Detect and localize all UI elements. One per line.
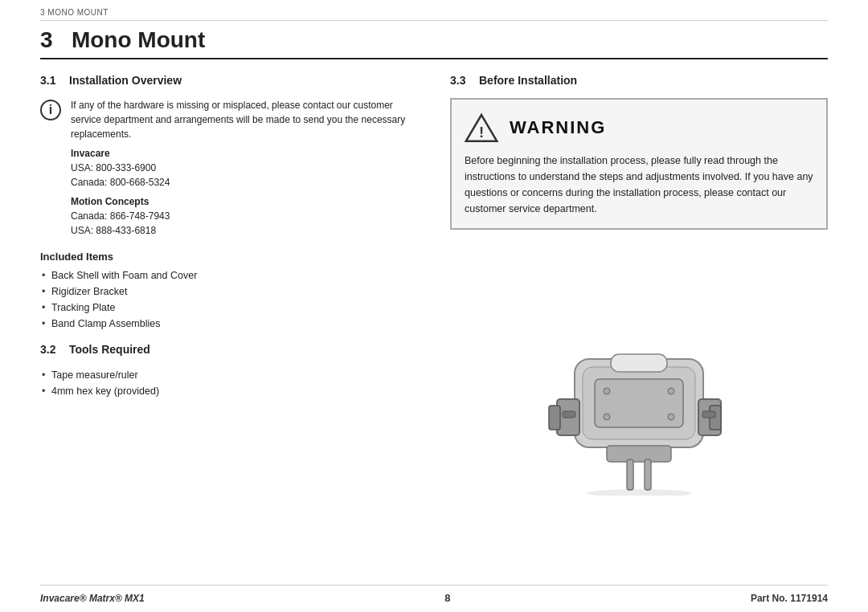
section-32: 3.2 Tools Required	[40, 343, 418, 356]
motion-usa: USA: 888-433-6818	[71, 225, 156, 236]
info-main-text: If any of the hardware is missing or mis…	[71, 100, 405, 140]
svg-rect-20	[645, 459, 651, 490]
svg-text:!: !	[479, 124, 484, 141]
invacare-canada: Canada: 800-668-5324	[71, 177, 170, 188]
invacare-usa: USA: 800-333-6900	[71, 162, 156, 173]
svg-rect-13	[563, 411, 575, 418]
info-text-block: If any of the hardware is missing or mis…	[71, 98, 418, 238]
info-icon: i	[40, 100, 63, 238]
warning-title: WARNING	[510, 117, 606, 138]
list-item: Band Clamp Assemblies	[40, 316, 418, 332]
warning-header: ! WARNING	[465, 111, 813, 145]
invacare-label: Invacare	[71, 146, 418, 161]
chapter-title: 3 Mono Mount	[40, 27, 828, 59]
section-31-number: 3.1	[40, 74, 63, 87]
svg-point-16	[668, 388, 674, 394]
motion-canada: Canada: 866-748-7943	[71, 210, 170, 222]
warning-box: ! WARNING Before beginning the installat…	[450, 98, 828, 230]
header-chapter-label: 3 MONO MOUNT	[40, 8, 108, 17]
page-header: 3 MONO MOUNT	[40, 0, 828, 21]
product-illustration	[534, 335, 743, 496]
svg-rect-9	[549, 406, 560, 430]
motion-label: Motion Concepts	[71, 194, 418, 209]
section-33-title: Before Installation	[479, 74, 577, 87]
svg-rect-19	[627, 459, 633, 490]
svg-rect-6	[611, 354, 667, 372]
section-33-number: 3.3	[450, 74, 473, 87]
list-item: Rigidizer Bracket	[40, 284, 418, 300]
chapter-number: 3	[40, 27, 53, 52]
svg-text:i: i	[49, 103, 52, 116]
right-column: 3.3 Before Installation ! WARNING Before…	[450, 74, 828, 585]
page-footer: Invacare® Matrx® MX1 8 Part No. 1171914	[40, 585, 828, 612]
section-33: 3.3 Before Installation	[450, 74, 828, 87]
product-image	[450, 246, 828, 585]
section-31: 3.1 Installation Overview	[40, 74, 418, 87]
chapter-title-text: Mono Mount	[72, 27, 205, 52]
footer-page: 8	[444, 592, 450, 604]
svg-rect-14	[702, 411, 715, 418]
svg-point-18	[668, 414, 674, 420]
included-items-title: Included Items	[40, 251, 418, 263]
warning-text: Before beginning the installation proces…	[465, 153, 813, 217]
svg-point-17	[604, 414, 610, 420]
section-31-title: Installation Overview	[69, 74, 182, 87]
left-column: 3.1 Installation Overview i If any of th…	[40, 74, 418, 585]
list-item: Tracking Plate	[40, 300, 418, 316]
footer-part: Part No. 1171914	[751, 593, 828, 604]
warning-triangle-icon: !	[465, 111, 498, 145]
svg-rect-12	[607, 446, 671, 462]
included-items-list: Back Shell with Foam and Cover Rigidizer…	[40, 267, 418, 332]
list-item: Back Shell with Foam and Cover	[40, 267, 418, 284]
section-32-title: Tools Required	[69, 343, 150, 356]
svg-point-21	[587, 489, 691, 496]
svg-point-15	[604, 388, 610, 394]
info-box: i If any of the hardware is missing or m…	[40, 98, 418, 238]
list-item: 4mm hex key (provided)	[40, 383, 418, 399]
footer-brand: Invacare® Matrx® MX1	[40, 593, 145, 604]
tools-list: Tape measure/ruler 4mm hex key (provided…	[40, 367, 418, 399]
list-item: Tape measure/ruler	[40, 367, 418, 383]
section-32-number: 3.2	[40, 343, 63, 356]
